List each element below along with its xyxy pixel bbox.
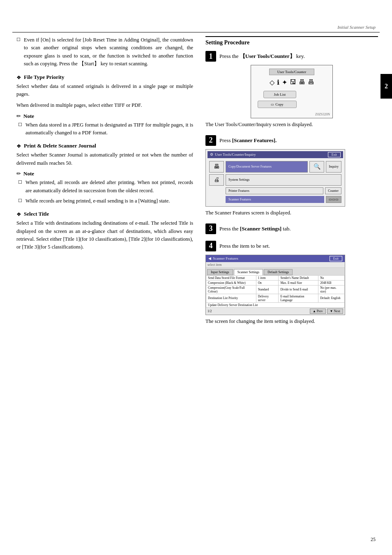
file-type-note-header: ✏ Note: [16, 113, 193, 120]
step-2-number: 2: [205, 135, 216, 146]
journal-note: ✏ Note ☐ When printed, all records are d…: [16, 170, 193, 205]
cell-3-2: Standard: [256, 285, 279, 294]
cell-1-1[interactable]: Send Data Stored File Format: [206, 275, 256, 280]
diagram-code: Z0ZS320N: [315, 113, 330, 116]
right-column: Setting Procedure 1 Press the 【User Tool…: [205, 36, 378, 332]
inquiry-screen: ⚙ User Tools/Counter/Inquiry Exit 🖶 Copy…: [205, 149, 345, 207]
sf-label-row: select item: [206, 262, 345, 268]
cell-2-1[interactable]: Compression (Black & White): [206, 280, 256, 285]
page-number: 25: [371, 537, 376, 543]
sf-table: Send Data Stored File Format 1 item Send…: [206, 275, 345, 308]
sf-footer: 1/2 ▲ Prev ▼ Next: [206, 308, 345, 315]
sf-footer-btns: ▲ Prev ▼ Next: [310, 309, 343, 314]
step-1-header: 1 Press the 【User Tools/Counter】 key.: [205, 51, 378, 62]
copy-icon-block: 🖶: [209, 161, 224, 173]
file-type-title: File Type Priority: [24, 74, 64, 81]
file-type-note-label: Note: [23, 113, 34, 120]
setting-procedure-title: Setting Procedure: [205, 36, 378, 46]
sf-exit-btn[interactable]: Exit: [330, 256, 342, 261]
journal-title: Print & Delete Scanner Journal: [24, 143, 96, 149]
select-title-heading: Select Title: [24, 211, 49, 217]
printer-features-btn[interactable]: Printer Features: [226, 187, 323, 194]
sf-next-btn[interactable]: ▼ Next: [327, 309, 343, 314]
sf-tab-input[interactable]: Input Settings: [207, 269, 233, 275]
cell-5-full[interactable]: Update Delivery Server Destination List: [206, 302, 345, 307]
machine-title-bar: User Tools/Counter: [269, 69, 314, 75]
cell-4-4: Default: English: [318, 294, 345, 302]
top-rule: [12, 32, 380, 32]
inquiry-gear-icon: ⚙: [210, 152, 213, 157]
step-1-block: 1 Press the 【User Tools/Counter】 key. Us…: [205, 51, 378, 129]
table-row: Send Data Stored File Format 1 item Send…: [206, 275, 345, 280]
inquiry-icon-block: 🔍: [309, 161, 324, 173]
step-4-block: 4 Press the item to be set. ◀ Scanner Fe…: [205, 241, 378, 325]
counter-btn[interactable]: ▭▭▭: [326, 196, 341, 203]
job-list-button[interactable]: Job List: [263, 91, 296, 98]
sf-title-bar: ◀ Scanner Features Exit: [206, 255, 345, 262]
cell-1-2: 1 item: [256, 275, 279, 280]
scanner-features-btn[interactable]: Scanner Features: [226, 196, 324, 203]
step-4-number: 4: [205, 241, 216, 251]
file-type-body1: Select whether data of scanned originals…: [16, 83, 193, 99]
note-checkbox-2: ☐: [18, 180, 22, 195]
journal-note-label: Note: [23, 170, 34, 177]
journal-note-text-1: When printed, all records are deleted af…: [25, 179, 193, 195]
step-1-description: The User Tools/Counter/Inquiry screen is…: [205, 121, 378, 129]
icon-printer: 🖶: [299, 78, 305, 86]
step-3-block: 3 Press the [Scanner Settings] tab.: [205, 223, 378, 234]
sf-tab-scanner[interactable]: Scanner Settings: [234, 269, 263, 275]
cell-2-3[interactable]: Max. E-mail Size: [279, 280, 318, 285]
icon-scanner: 🖷: [308, 78, 314, 86]
cell-2-4: 2048 KB: [318, 280, 345, 285]
copy-button[interactable]: ▭ Copy: [258, 101, 297, 108]
note-checkbox-3: ☐: [18, 198, 22, 205]
step-2-description: The Scanner Features screen is displayed…: [205, 209, 378, 217]
job-list-label: Job List: [274, 92, 286, 97]
step-2-block: 2 Press [Scanner Features]. ⚙ User Tools…: [205, 135, 378, 217]
sf-icon: ◀: [208, 256, 211, 260]
cell-4-2: Delivery server: [256, 294, 279, 302]
select-title-section: ❖ Select Title: [16, 211, 193, 218]
file-type-section: ❖ File Type Priority: [16, 74, 193, 81]
cell-1-3[interactable]: Sender's Name Default: [279, 275, 318, 280]
machine-diagram: User Tools/Counter ◇ ℹ ✦ 🖫 🖶 🖷 Job List …: [251, 65, 333, 118]
intro-bullet-text: Even if [On] is selected for [Job Reset …: [24, 36, 193, 68]
sf-tab-default[interactable]: Default Settings: [264, 269, 293, 275]
cell-3-3[interactable]: Divide to Send E-mail: [279, 285, 318, 294]
system-settings-btn[interactable]: System Settings: [226, 174, 341, 186]
file-type-note: ✏ Note ☐ When data stored in a JPEG form…: [16, 113, 193, 137]
scanner-features-screen: ◀ Scanner Features Exit select item Inpu…: [205, 255, 345, 315]
inquiry-counter-btn[interactable]: Counter: [325, 187, 341, 194]
journal-body: Select whether Scanner Journal is automa…: [16, 151, 193, 167]
icon-info: ℹ: [277, 78, 279, 86]
step-4-header: 4 Press the item to be set.: [205, 241, 378, 251]
cell-4-1[interactable]: Destination List Priority: [206, 294, 256, 302]
step-3-number: 3: [205, 223, 216, 234]
inquiry-btn[interactable]: Inquiry: [326, 161, 341, 173]
copy-label: Copy: [275, 102, 284, 106]
journal-note-item-1: ☐ When printed, all records are deleted …: [18, 179, 193, 195]
journal-note-text-2: While records are being printed, e-mail …: [25, 197, 170, 205]
pencil-icon-2: ✏: [16, 170, 21, 177]
step-2-header: 2 Press [Scanner Features].: [205, 135, 378, 146]
table-row: Compression (Black & White) On Max. E-ma…: [206, 280, 345, 285]
step-3-text: Press the [Scanner Settings] tab.: [219, 223, 291, 233]
step-1-text: Press the 【User Tools/Counter】 key.: [219, 51, 305, 60]
cell-3-1[interactable]: Compression(Gray Scale/Full Colour): [206, 285, 256, 294]
copy-server-btn[interactable]: Copy/Document Server Features: [226, 161, 308, 173]
icon-arrow: ◇: [270, 78, 274, 86]
inquiry-exit-btn[interactable]: Exit: [328, 152, 341, 157]
cell-1-4: No: [318, 275, 345, 280]
journal-section: ❖ Print & Delete Scanner Journal: [16, 143, 193, 150]
icon-settings: ✦: [282, 78, 287, 86]
file-type-note-item: ☐ When data stored in a JPEG format is d…: [18, 121, 193, 137]
cell-4-3[interactable]: E-mail Information Language: [279, 294, 318, 302]
pencil-icon-1: ✏: [16, 113, 21, 120]
table-row: Destination List Priority Delivery serve…: [206, 294, 345, 302]
sf-prev-btn[interactable]: ▲ Prev: [310, 309, 326, 314]
step-2-text: Press [Scanner Features].: [219, 135, 277, 145]
table-row: Update Delivery Server Destination List: [206, 302, 345, 307]
diamond-icon-1: ❖: [16, 74, 21, 81]
diamond-icon-3: ❖: [16, 211, 21, 218]
step-4-text: Press the item to be set.: [219, 241, 270, 250]
